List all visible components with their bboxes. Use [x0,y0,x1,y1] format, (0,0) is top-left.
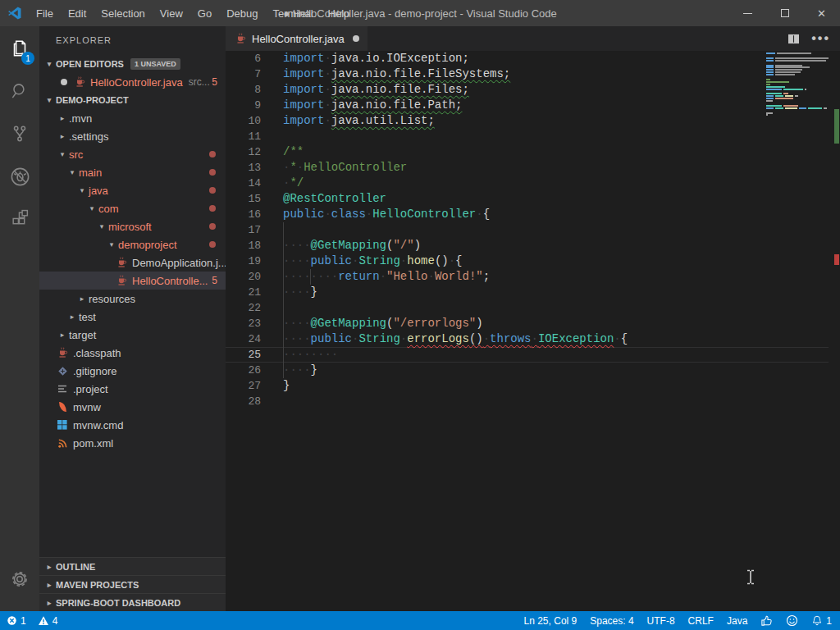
code-line-27[interactable]: 27} [226,378,840,394]
code-line-22[interactable]: 22 [226,300,840,316]
tree-item-demoproject[interactable]: ▾demoproject [39,235,226,253]
feedback-smiley[interactable] [786,614,798,627]
maven-projects-section-header[interactable]: ▸ MAVEN PROJECTS [39,575,226,593]
code-line-19[interactable]: 19····public·String·home()·{ [226,253,840,269]
code-line-21[interactable]: 21····} [226,285,840,300]
minimap[interactable] [763,51,829,158]
tree-item-test[interactable]: ▸test [39,308,226,326]
code-line-26[interactable]: 26····} [226,363,840,378]
tree-item-com[interactable]: ▾com [39,199,226,217]
line-number: 26 [226,363,261,378]
split-editor-icon[interactable] [788,34,800,44]
code-line-9[interactable]: 9import·java.nio.file.Path; [226,98,840,113]
explorer-activity-button[interactable]: 1 [0,28,39,69]
notifications[interactable]: 1 [811,614,832,627]
java-server-status[interactable] [760,614,773,627]
line-number: 25 [226,347,261,363]
tree-item-demoapplication-j-[interactable]: DemoApplication.j... [39,253,226,272]
project-header[interactable]: ▾ DEMO-PROJECT [39,91,226,109]
code-line-20[interactable]: 20········return·"Hello·World!"; [226,269,840,285]
xml-file-icon [56,436,69,450]
menu-help[interactable]: Help [321,7,358,20]
language-mode[interactable]: Java [727,615,747,627]
maven-wrapper-icon [56,400,69,413]
line-number: 8 [226,82,261,98]
code-line-11[interactable]: 11 [226,129,840,144]
tree-item-pom-xml[interactable]: pom.xml [39,434,226,452]
minimap-line [766,71,801,73]
tree-item--gitignore[interactable]: .gitignore [39,362,226,380]
tree-item-main[interactable]: ▾main [39,163,226,181]
code-line-17[interactable]: 17 [226,222,840,238]
tab-hellocontroller[interactable]: HelloController.java [226,26,368,51]
code-line-13[interactable]: 13·*·HelloController [226,160,840,176]
tree-item-mvnw-cmd[interactable]: mvnw.cmd [39,416,226,434]
cursor-position[interactable]: Ln 25, Col 9 [524,615,578,627]
code-line-8[interactable]: 8import·java.nio.file.Files; [226,82,840,98]
java-file-icon [73,75,86,89]
code-editor[interactable]: 6import·java.io.IOException;7import·java… [226,51,840,611]
error-dot-icon [209,223,216,230]
indentation[interactable]: Spaces: 4 [590,615,633,627]
maximize-button[interactable] [766,0,803,26]
tree-item--settings[interactable]: ▸.settings [39,127,226,145]
eol-sequence[interactable]: CRLF [688,615,714,627]
tree-item-resources[interactable]: ▸resources [39,290,226,308]
chevron-expanded-icon: ▾ [43,60,56,68]
minimap-line [766,81,789,83]
extensions-activity-button[interactable] [0,199,39,240]
code-line-6[interactable]: 6import·java.io.IOException; [226,51,840,66]
line-number: 12 [226,144,261,160]
menu-debug[interactable]: Debug [219,7,265,20]
chevron-expanded-icon: ▾ [105,240,118,249]
tree-item--project[interactable]: .project [39,380,226,398]
menu-file[interactable]: File [29,7,61,20]
source-control-activity-button[interactable] [0,113,39,154]
search-activity-button[interactable] [0,71,39,112]
line-number: 17 [226,222,261,238]
problems-errors[interactable]: 1 [7,615,26,627]
menu-view[interactable]: View [153,7,190,20]
line-number: 15 [226,191,261,207]
menu-go[interactable]: Go [190,7,219,20]
outline-section-header[interactable]: ▸ OUTLINE [39,557,226,575]
close-button[interactable]: ✕ [803,0,840,26]
line-content: import·java.util.List; [261,113,435,129]
tree-item-label: mvnw.cmd [73,419,123,431]
tree-item-target[interactable]: ▸target [39,326,226,344]
tree-item-src[interactable]: ▾src [39,145,226,163]
code-line-24[interactable]: 24····public·String·errorLogs()·throws·I… [226,331,840,347]
tree-item-java[interactable]: ▾java [39,181,226,199]
menu-selection[interactable]: Selection [94,7,152,20]
open-editor-item[interactable]: HelloController.java src... 5 [39,73,226,91]
tree-item--mvn[interactable]: ▸.mvn [39,109,226,127]
maximize-icon [781,9,789,17]
line-number: 21 [226,285,261,300]
code-line-28[interactable]: 28 [226,394,840,409]
minimap-line [766,66,810,68]
encoding[interactable]: UTF-8 [647,615,675,627]
problems-warnings[interactable]: 4 [38,615,58,627]
tree-item-mvnw[interactable]: mvnw [39,398,226,416]
code-line-12[interactable]: 12/** [226,144,840,160]
code-line-23[interactable]: 23····@GetMapping("/errorlogs") [226,316,840,331]
code-line-25[interactable]: 25········ [226,347,840,363]
more-actions-icon[interactable]: ••• [811,31,830,46]
code-line-18[interactable]: 18····@GetMapping("/") [226,238,840,253]
debug-activity-button[interactable] [0,156,39,197]
code-line-15[interactable]: 15@RestController [226,191,840,207]
spring-boot-dashboard-section-header[interactable]: ▸ SPRING-BOOT DASHBOARD [39,593,226,611]
menu-edit[interactable]: Edit [61,7,94,20]
settings-button[interactable] [0,559,39,600]
menu-terminal[interactable]: Terminal [265,7,320,20]
code-line-16[interactable]: 16public·class·HelloController·{ [226,207,840,222]
open-editors-header[interactable]: ▾ OPEN EDITORS 1 UNSAVED [39,55,226,73]
tree-item--classpath[interactable]: .classpath [39,344,226,362]
code-line-7[interactable]: 7import·java.nio.file.FileSystems; [226,66,840,82]
code-line-10[interactable]: 10import·java.util.List; [226,113,840,129]
code-line-14[interactable]: 14·*/ [226,176,840,191]
tree-item-hellocontrolle-[interactable]: HelloControlle...5 [39,272,226,290]
menu-bar: FileEditSelectionViewGoDebugTerminalHelp [29,7,357,20]
tree-item-microsoft[interactable]: ▾microsoft [39,217,226,235]
minimize-button[interactable] [729,0,766,26]
